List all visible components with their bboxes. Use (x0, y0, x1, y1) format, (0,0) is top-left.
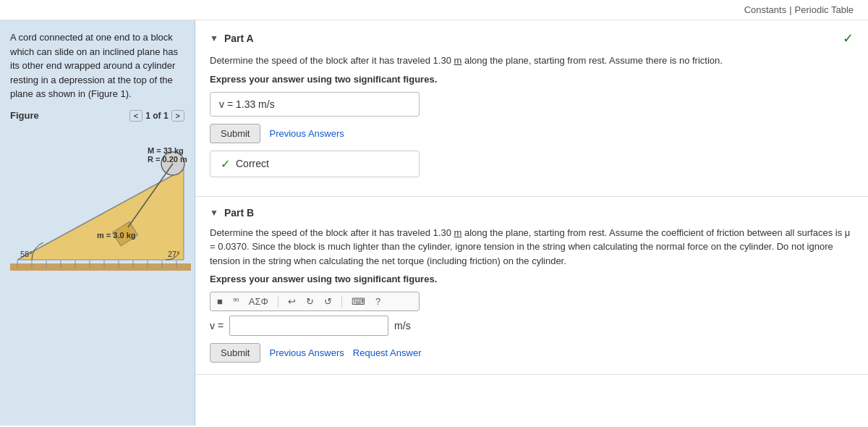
part-a-check-icon: ✓ (843, 30, 854, 46)
part-b-description: Determine the speed of the block after i… (210, 226, 854, 269)
toolbar-divider2 (341, 296, 342, 308)
part-a-header: ▼ Part A ✓ (210, 30, 854, 46)
periodic-table-link[interactable]: Periodic Table (795, 4, 854, 15)
constants-link[interactable]: Constants (744, 4, 787, 15)
toolbar-undo-icon[interactable]: ↩ (286, 295, 298, 308)
part-b-unit-label: m/s (394, 320, 411, 331)
part-b-instruction: Express your answer using two significan… (210, 274, 854, 284)
toolbar-help-icon[interactable]: ? (373, 295, 383, 308)
part-b-answer-input[interactable] (229, 316, 388, 336)
part-a-previous-answers-link[interactable]: Previous Answers (269, 128, 344, 139)
figure-svg: 58° 27° M = 33 kg R = 0.20 m m = 3.0 kg (10, 126, 191, 278)
part-a-title-row: ▼ Part A (210, 33, 254, 44)
figure-canvas: 58° 27° M = 33 kg R = 0.20 m m = 3.0 kg (10, 126, 184, 426)
toolbar-refresh-icon[interactable]: ↺ (322, 295, 334, 308)
part-b-submit-button[interactable]: Submit (210, 343, 260, 363)
left-panel: A cord connected at one end to a block w… (0, 20, 195, 426)
part-a-answer-value: v = 1.33 m/s (219, 98, 275, 110)
part-a-submit-button[interactable]: Submit (210, 124, 260, 143)
part-b-v-label: v = (210, 320, 224, 331)
part-b-header: ▼ Part B (210, 207, 854, 219)
separator: | (789, 4, 791, 15)
svg-text:R = 0.20 m: R = 0.20 m (148, 155, 187, 164)
part-b-previous-answers-link[interactable]: Previous Answers (269, 347, 344, 358)
part-a-correct-check-icon: ✓ (221, 157, 230, 171)
part-b-request-answer-link[interactable]: Request Answer (353, 347, 422, 358)
part-b-unit-m: m (454, 227, 461, 238)
figure-next-button[interactable]: > (171, 110, 184, 122)
toolbar-keyboard-icon[interactable]: ⌨ (349, 295, 367, 308)
svg-text:m = 3.0 kg: m = 3.0 kg (97, 231, 136, 240)
part-a-btn-row: Submit Previous Answers (210, 124, 854, 143)
part-a-correct-banner: ✓ Correct (210, 151, 420, 177)
figure-header: Figure < 1 of 1 > (10, 110, 184, 122)
part-a-section: ▼ Part A ✓ Determine the speed of the bl… (195, 20, 868, 197)
part-a-unit-m: m (454, 55, 461, 66)
problem-text: A cord connected at one end to a block w… (10, 30, 184, 101)
part-a-chevron-icon[interactable]: ▼ (210, 33, 218, 43)
figure-count: 1 of 1 (145, 111, 168, 121)
svg-text:58°: 58° (20, 250, 33, 258)
figure-section: Figure < 1 of 1 > (10, 110, 184, 426)
figure-nav: < 1 of 1 > (129, 110, 184, 122)
toolbar-divider1 (278, 296, 278, 308)
top-bar: Constants | Periodic Table (0, 0, 868, 20)
part-b-chevron-icon[interactable]: ▼ (210, 208, 218, 218)
right-panel: ▼ Part A ✓ Determine the speed of the bl… (195, 20, 868, 426)
part-a-answer-box: v = 1.33 m/s (210, 92, 420, 117)
toolbar-redo-icon[interactable]: ↻ (304, 295, 316, 308)
part-a-title: Part A (224, 33, 254, 44)
part-b-title-row: ▼ Part B (210, 207, 254, 219)
part-b-input-row: v = m/s (210, 316, 854, 336)
part-a-description: Determine the speed of the block after i… (210, 54, 854, 68)
part-b-title: Part B (224, 207, 254, 219)
part-a-instruction: Express your answer using two significan… (210, 74, 854, 85)
part-a-correct-text: Correct (236, 158, 269, 169)
svg-text:M = 33 kg: M = 33 kg (148, 146, 184, 155)
part-b-section: ▼ Part B Determine the speed of the bloc… (195, 197, 868, 376)
toolbar-square-icon[interactable]: ■ (215, 295, 225, 308)
toolbar-superscript-icon[interactable]: ⁹⁰ (231, 296, 241, 307)
toolbar-sigma-icon[interactable]: ΑΣΦ (247, 295, 271, 308)
figure-prev-button[interactable]: < (129, 110, 142, 122)
math-toolbar: ■ ⁹⁰ ΑΣΦ ↩ ↻ ↺ ⌨ ? (210, 292, 420, 311)
svg-rect-0 (10, 263, 191, 271)
part-b-btn-row: Submit Previous Answers Request Answer (210, 343, 854, 363)
figure-label: Figure (10, 110, 39, 121)
svg-text:27°: 27° (168, 250, 180, 258)
main-layout: A cord connected at one end to a block w… (0, 20, 868, 426)
